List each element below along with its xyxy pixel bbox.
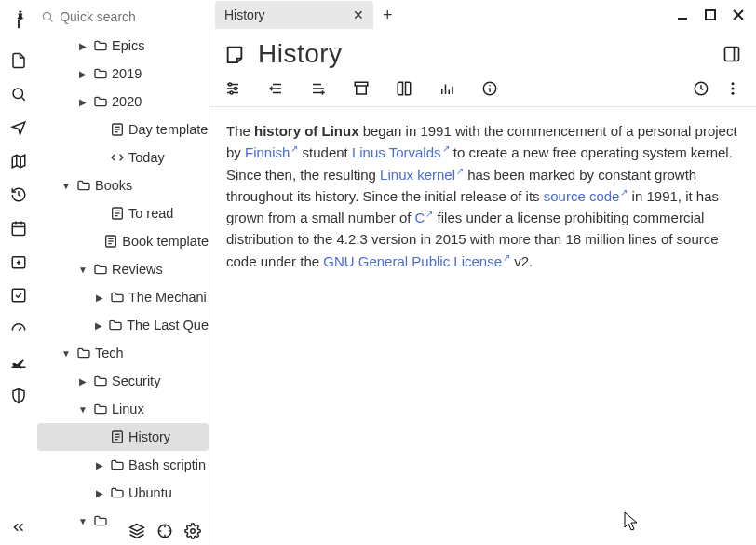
info-icon[interactable] xyxy=(481,80,498,97)
tree-item[interactable]: ▼Reviews xyxy=(37,255,209,283)
chevron-down-icon[interactable]: ▼ xyxy=(76,404,89,415)
page-content[interactable]: The history of Linux began in 1991 with … xyxy=(209,107,756,285)
link-source[interactable]: source code↗ xyxy=(544,188,628,204)
tree-item[interactable]: ▶Ubuntu xyxy=(37,479,209,507)
chevron-right-icon[interactable]: ▶ xyxy=(76,69,89,79)
svg-point-52 xyxy=(230,91,233,94)
layers-icon[interactable] xyxy=(128,523,145,539)
svg-line-14 xyxy=(19,328,21,331)
calendar-icon[interactable] xyxy=(10,220,27,237)
send-icon[interactable] xyxy=(10,119,27,136)
indent-icon[interactable] xyxy=(310,80,327,97)
svg-line-17 xyxy=(50,20,53,22)
tree-item[interactable]: ▶Security xyxy=(37,367,209,395)
tree-item[interactable]: History xyxy=(37,423,209,451)
tree-item[interactable]: Book template xyxy=(37,227,209,255)
editor-toolbar xyxy=(209,73,756,107)
plane-icon[interactable] xyxy=(10,354,27,371)
tab-history[interactable]: History ✕ xyxy=(215,1,373,29)
search-icon[interactable] xyxy=(10,86,27,102)
folder-icon xyxy=(108,318,123,333)
svg-point-72 xyxy=(732,92,735,95)
chevron-right-icon[interactable]: ▶ xyxy=(93,460,106,470)
svg-point-1 xyxy=(13,89,23,99)
tree-item[interactable]: ▼Books xyxy=(37,171,209,199)
close-icon[interactable]: ✕ xyxy=(353,7,364,22)
link-linus[interactable]: Linus Torvalds↗ xyxy=(352,144,450,160)
gear-icon[interactable] xyxy=(184,523,201,539)
tree-item[interactable]: ▶The Mechani xyxy=(37,283,209,311)
svg-point-16 xyxy=(43,12,50,20)
close-window-button[interactable] xyxy=(732,8,747,21)
tree-item[interactable]: To read xyxy=(37,199,209,227)
note-icon xyxy=(103,234,118,249)
tree-item-label: Day template xyxy=(128,122,208,137)
tree-item[interactable]: Day template xyxy=(37,116,209,143)
map-icon[interactable] xyxy=(10,153,27,170)
tree-item-label: Book template xyxy=(122,234,209,249)
tab-bar: History ✕ + xyxy=(209,0,756,30)
svg-rect-61 xyxy=(355,82,368,86)
archive-icon[interactable] xyxy=(353,80,370,97)
calendar-plus-icon[interactable] xyxy=(10,253,27,270)
chevron-right-icon[interactable]: ▶ xyxy=(93,293,106,303)
clock-icon[interactable] xyxy=(693,80,709,97)
search-small-icon xyxy=(41,9,54,24)
chart-icon[interactable] xyxy=(439,80,455,97)
gauge-icon[interactable] xyxy=(10,320,27,337)
chevron-right-icon[interactable]: ▶ xyxy=(93,320,104,331)
tree-item[interactable]: ▼Linux xyxy=(37,395,209,423)
more-icon[interactable] xyxy=(724,80,741,97)
tree-item[interactable]: ▼Tech xyxy=(37,339,209,367)
chevron-right-icon[interactable]: ▶ xyxy=(93,488,106,498)
svg-line-2 xyxy=(21,97,24,100)
sidebar: ▶Epics▶2019▶2020Day templateToday▼BooksT… xyxy=(37,0,209,545)
chevron-down-icon[interactable]: ▼ xyxy=(60,348,73,359)
link-finnish[interactable]: Finnish↗ xyxy=(245,144,298,160)
chevron-down-icon[interactable]: ▼ xyxy=(60,181,73,191)
folder-icon xyxy=(93,66,108,81)
target-icon[interactable] xyxy=(156,523,173,539)
link-c[interactable]: C↗ xyxy=(415,210,434,225)
folder-icon xyxy=(93,513,108,528)
tree-item[interactable]: Today xyxy=(37,143,209,171)
book-icon[interactable] xyxy=(396,80,412,97)
search-input[interactable] xyxy=(60,9,203,24)
chevron-right-icon[interactable]: ▶ xyxy=(76,376,89,387)
folder-icon xyxy=(93,94,108,109)
tree-item[interactable]: ▶Bash scriptin xyxy=(37,451,209,479)
check-box-icon[interactable] xyxy=(10,287,27,304)
chevron-right-icon[interactable]: ▶ xyxy=(76,41,89,51)
minimize-button[interactable] xyxy=(676,8,691,21)
svg-point-68 xyxy=(489,85,491,87)
sliders-icon[interactable] xyxy=(224,80,241,97)
link-kernel[interactable]: Linux kernel↗ xyxy=(380,167,464,183)
sidebar-bottom-icons xyxy=(128,523,201,539)
tree-item[interactable]: ▶Epics xyxy=(37,32,209,60)
tree-item-label: 2019 xyxy=(112,66,142,81)
tree-item[interactable]: ▶2020 xyxy=(37,88,209,116)
window-controls xyxy=(676,8,756,21)
folder-icon xyxy=(76,178,91,193)
history-icon[interactable] xyxy=(10,186,27,203)
folder-icon xyxy=(110,485,125,500)
chevron-down-icon[interactable]: ▼ xyxy=(76,516,89,526)
tree-item-label: History xyxy=(128,429,170,444)
outdent-icon[interactable] xyxy=(267,80,284,97)
collapse-icon[interactable] xyxy=(10,519,27,536)
panel-toggle-icon[interactable] xyxy=(722,45,741,63)
svg-rect-42 xyxy=(706,10,715,20)
chevron-right-icon[interactable]: ▶ xyxy=(76,97,89,107)
new-tab-button[interactable]: + xyxy=(383,6,393,25)
shield-icon[interactable] xyxy=(10,388,27,404)
file-icon[interactable] xyxy=(10,52,27,69)
chevron-down-icon[interactable]: ▼ xyxy=(76,265,89,275)
tree-item-label: Reviews xyxy=(112,262,163,277)
link-gpl[interactable]: GNU General Public License↗ xyxy=(323,253,510,269)
maximize-button[interactable] xyxy=(704,8,719,21)
tree-item[interactable]: ▶2019 xyxy=(37,60,209,88)
app-logo xyxy=(8,9,29,30)
tab-title: History xyxy=(224,7,265,22)
svg-point-40 xyxy=(191,529,196,534)
tree-item[interactable]: ▶The Last Que xyxy=(37,311,209,339)
